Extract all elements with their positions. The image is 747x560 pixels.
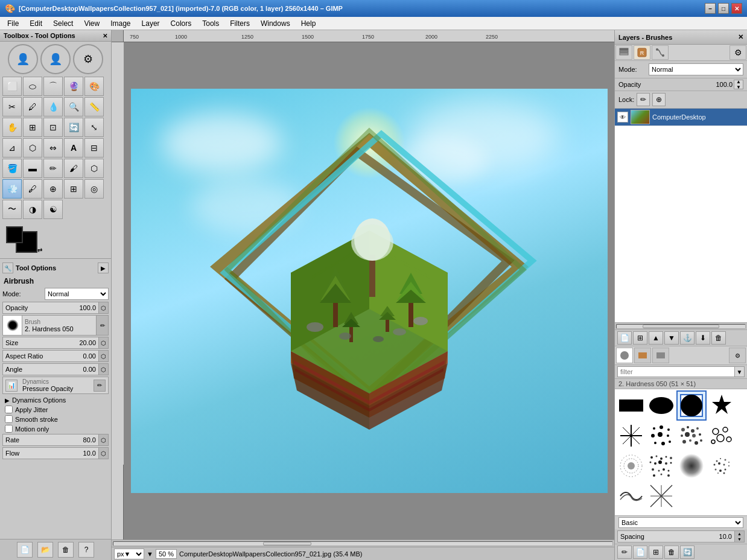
lock-position-button[interactable]: ⊕ bbox=[652, 93, 666, 106]
tool-pencil[interactable]: ✏ bbox=[43, 159, 63, 178]
brush-cell-4[interactable] bbox=[707, 390, 737, 421]
menu-edit[interactable]: Edit bbox=[25, 18, 47, 29]
layers-brushes-close[interactable]: ✕ bbox=[738, 33, 743, 41]
tool-rect-select[interactable]: ⬜ bbox=[2, 77, 22, 96]
merge-layer-button[interactable]: ⬇ bbox=[696, 331, 710, 345]
new-brush-button[interactable]: 📄 bbox=[633, 546, 647, 559]
delete-button[interactable]: 🗑 bbox=[58, 542, 74, 558]
opacity-spinner[interactable]: ⬡ bbox=[98, 302, 108, 313]
delete-brush-button[interactable]: 🗑 bbox=[664, 546, 679, 559]
raise-layer-button[interactable]: ▲ bbox=[649, 331, 663, 345]
tool-heal[interactable]: ⊞ bbox=[64, 179, 83, 199]
brush-edit-button[interactable]: ✏ bbox=[96, 316, 108, 335]
duplicate-layer-button[interactable]: ⊞ bbox=[633, 331, 647, 345]
tool-ink[interactable]: 🖋 bbox=[23, 179, 42, 199]
tool-align[interactable]: ⊞ bbox=[23, 118, 42, 137]
brush-cell-14[interactable] bbox=[646, 481, 676, 511]
brush-tab-settings[interactable]: ⚙ bbox=[729, 348, 746, 363]
angle-spinner[interactable]: ⬡ bbox=[98, 364, 108, 375]
menu-filters[interactable]: Filters bbox=[225, 18, 255, 29]
tab-panel-settings[interactable]: ⚙ bbox=[730, 45, 746, 60]
tool-perspective[interactable]: ⬡ bbox=[23, 138, 42, 158]
brush-cell-2[interactable] bbox=[646, 390, 676, 421]
brush-tab-square[interactable] bbox=[634, 348, 651, 363]
h-scrollbar-thumb[interactable] bbox=[263, 542, 311, 546]
brush-preview[interactable] bbox=[3, 316, 22, 335]
tab-channels[interactable]: R bbox=[634, 45, 650, 60]
tool-flip[interactable]: ⇔ bbox=[43, 138, 63, 158]
menu-file[interactable]: File bbox=[2, 18, 24, 29]
layers-scrollbar-track[interactable] bbox=[616, 324, 746, 329]
tool-cage[interactable]: ⊟ bbox=[84, 138, 104, 158]
brush-cell-7[interactable] bbox=[676, 421, 707, 451]
tool-blend[interactable]: ▬ bbox=[23, 159, 42, 178]
tool-color-picker[interactable]: 💧 bbox=[43, 97, 63, 116]
menu-help[interactable]: Help bbox=[296, 18, 321, 29]
dynamics-row[interactable]: 📊 Dynamics Pressure Opacity ✏ bbox=[2, 377, 109, 394]
lower-layer-button[interactable]: ▼ bbox=[664, 331, 679, 345]
canvas-viewport[interactable] bbox=[124, 42, 614, 539]
help-button[interactable]: ? bbox=[78, 542, 94, 558]
menu-colors[interactable]: Colors bbox=[166, 18, 197, 29]
minimize-button[interactable]: – bbox=[705, 3, 716, 14]
dynamics-edit-button[interactable]: ✏ bbox=[94, 380, 106, 392]
menu-image[interactable]: Image bbox=[106, 18, 135, 29]
open-image-button[interactable]: 📂 bbox=[37, 542, 53, 558]
menu-windows[interactable]: Windows bbox=[256, 18, 295, 29]
tool-dodge-burn[interactable]: ◑ bbox=[23, 200, 42, 219]
brush-filter-arrow[interactable]: ▼ bbox=[735, 366, 745, 377]
tool-free-select[interactable]: ⌒ bbox=[43, 77, 63, 96]
tab-layers[interactable] bbox=[615, 45, 632, 60]
horizontal-scrollbar[interactable] bbox=[112, 539, 614, 547]
brush-filter-input[interactable] bbox=[617, 366, 735, 377]
rate-spinner[interactable]: ⬡ bbox=[98, 434, 108, 445]
tool-scissors[interactable]: ✂ bbox=[2, 97, 22, 116]
layers-scrollbar[interactable] bbox=[615, 323, 747, 330]
h-scrollbar-track[interactable] bbox=[113, 541, 613, 546]
anchor-layer-button[interactable]: ⚓ bbox=[680, 331, 695, 345]
layers-opacity-spinner[interactable]: ▲▼ bbox=[734, 80, 743, 89]
tool-bucket-fill[interactable]: 🪣 bbox=[2, 159, 22, 178]
tab-paths[interactable] bbox=[652, 45, 669, 60]
lock-pixels-button[interactable]: ✏ bbox=[637, 93, 650, 106]
menu-tools[interactable]: Tools bbox=[197, 18, 224, 29]
brush-cell-8[interactable] bbox=[707, 421, 737, 451]
tool-paintbrush[interactable]: 🖌 bbox=[64, 159, 83, 178]
menu-view[interactable]: View bbox=[79, 18, 104, 29]
tool-zoom[interactable]: 🔍 bbox=[64, 97, 83, 116]
tool-eraser[interactable]: ⬡ bbox=[84, 159, 104, 178]
spacing-spinner[interactable]: ▲ ▼ bbox=[734, 531, 744, 542]
tool-shear[interactable]: ⊿ bbox=[2, 138, 22, 158]
close-button[interactable]: ✕ bbox=[731, 3, 742, 14]
duplicate-brush-button[interactable]: ⊞ bbox=[649, 546, 663, 559]
menu-layer[interactable]: Layer bbox=[137, 18, 165, 29]
maximize-button[interactable]: □ bbox=[718, 3, 729, 14]
tool-ellipse-select[interactable]: ⬭ bbox=[23, 77, 42, 96]
dynamics-options-row[interactable]: ▶ Dynamics Options bbox=[2, 395, 109, 405]
layer-visibility-eye[interactable]: 👁 bbox=[617, 112, 628, 122]
apply-jitter-checkbox[interactable] bbox=[5, 406, 13, 413]
tool-crop[interactable]: ⊡ bbox=[43, 118, 63, 137]
smooth-stroke-checkbox[interactable] bbox=[5, 415, 13, 423]
tool-convolve[interactable]: ◎ bbox=[84, 179, 104, 199]
layers-scrollbar-thumb[interactable] bbox=[643, 325, 720, 328]
new-layer-button[interactable]: 📄 bbox=[617, 331, 632, 345]
brush-cell-12[interactable] bbox=[707, 451, 737, 481]
delete-layer-button[interactable]: 🗑 bbox=[711, 331, 726, 345]
brush-cell-10[interactable] bbox=[646, 451, 676, 481]
flow-spinner[interactable]: ⬡ bbox=[98, 448, 108, 459]
swap-colors-icon[interactable]: ⇄ bbox=[37, 247, 42, 253]
brush-category-select[interactable]: Basic bbox=[618, 517, 743, 528]
tool-desaturate[interactable]: ☯ bbox=[43, 200, 63, 219]
size-spinner[interactable]: ⬡ bbox=[98, 337, 108, 348]
refresh-brushes-button[interactable]: 🔄 bbox=[680, 546, 695, 559]
brush-cell-9[interactable] bbox=[616, 451, 646, 481]
tool-fuzzy-select[interactable]: 🔮 bbox=[64, 77, 83, 96]
layer-item[interactable]: 👁 ComputerDesktop bbox=[615, 109, 747, 126]
new-image-button[interactable]: 📄 bbox=[17, 542, 33, 558]
foreground-color-swatch[interactable] bbox=[6, 226, 23, 243]
spacing-up-button[interactable]: ▲ bbox=[734, 531, 744, 536]
tool-measure[interactable]: 📏 bbox=[84, 97, 104, 116]
brush-cell-3[interactable] bbox=[676, 390, 707, 421]
brush-tab-round[interactable] bbox=[616, 348, 633, 363]
